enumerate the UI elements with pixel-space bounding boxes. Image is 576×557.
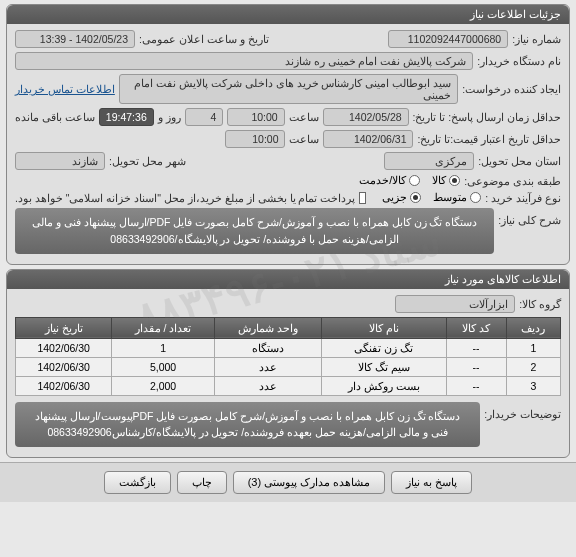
table-row[interactable]: 2--سیم تگ کالاعدد5,0001402/06/30	[16, 357, 561, 376]
saat-label-2: ساعت	[289, 133, 319, 145]
table-cell: 1402/06/30	[16, 357, 112, 376]
validity-time: 10:00	[225, 130, 285, 148]
remain-label: ساعت باقی مانده	[15, 111, 95, 123]
niaz-no-field: 1102092447000680	[388, 30, 508, 48]
days-field: 4	[185, 108, 224, 126]
attachments-button[interactable]: مشاهده مدارک پیوستی (3)	[233, 471, 386, 494]
col-code: کد کالا	[446, 317, 506, 338]
radio-kala-label: کالا	[432, 174, 446, 187]
col-unit: واحد شمارش	[214, 317, 321, 338]
table-cell: عدد	[214, 376, 321, 395]
radio-small[interactable]: جزیی	[382, 191, 421, 204]
buyer-note-label: توضیحات خریدار:	[484, 408, 561, 420]
radio-middle-label: متوسط	[433, 191, 467, 204]
back-button[interactable]: بازگشت	[104, 471, 171, 494]
table-cell: 1	[112, 338, 214, 357]
table-cell: دستگاه	[214, 338, 321, 357]
table-cell: --	[446, 338, 506, 357]
radio-middle[interactable]: متوسط	[433, 191, 481, 204]
creator-field: سید ابوطالب امینی کارشناس خرید های داخلی…	[119, 74, 458, 104]
panel-goods-info: اطلاعات کالاهای مورد نیاز گروه کالا: ابز…	[6, 269, 570, 459]
col-row: ردیف	[506, 317, 560, 338]
group-label: گروه کالا:	[519, 298, 561, 310]
radio-kala[interactable]: کالا	[432, 174, 460, 187]
table-cell: --	[446, 376, 506, 395]
desc-label: شرح کلی نیاز:	[498, 214, 561, 226]
panel-need-details: جزئیات اطلاعات نیاز شماره نیاز: 11020924…	[6, 4, 570, 265]
table-cell: 2,000	[112, 376, 214, 395]
city-field: شازند	[15, 152, 105, 170]
col-date: تاریخ نیاز	[16, 317, 112, 338]
radio-icon	[470, 192, 481, 203]
panel1-title: جزئیات اطلاعات نیاز	[7, 5, 569, 24]
panel2-title: اطلاعات کالاهای مورد نیاز	[7, 270, 569, 289]
radio-icon	[449, 175, 460, 186]
validity-date: 1402/06/31	[323, 130, 413, 148]
radio-khedmat-label: کالا/خدمت	[359, 174, 406, 187]
payment-checkbox[interactable]	[359, 192, 365, 204]
radio-icon	[410, 192, 421, 203]
radio-khedmat[interactable]: کالا/خدمت	[359, 174, 420, 187]
rooz-va-label: روز و	[158, 111, 181, 123]
print-button[interactable]: چاپ	[177, 471, 227, 494]
table-cell: 3	[506, 376, 560, 395]
buyer-org-field: شرکت پالایش نفت امام خمینی ره شازند	[15, 52, 473, 70]
validity-label: حداقل تاریخ اعتبار قیمت:تا تاریخ:	[417, 133, 561, 145]
process-label: نوع فرآیند خرید :	[485, 192, 561, 204]
reply-button[interactable]: پاسخ به نیاز	[391, 471, 472, 494]
table-cell: سیم تگ کالا	[321, 357, 446, 376]
table-cell: بست روکش دار	[321, 376, 446, 395]
col-name: نام کالا	[321, 317, 446, 338]
goods-table: ردیف کد کالا نام کالا واحد شمارش تعداد /…	[15, 317, 561, 396]
deadline-label: حداقل زمان ارسال پاسخ: تا تاریخ:	[413, 111, 561, 123]
table-cell: عدد	[214, 357, 321, 376]
buyer-note-box: دستگاه تگ زن کابل همراه با نصب و آموزش/ش…	[15, 402, 480, 448]
category-radio-group: کالا کالا/خدمت	[359, 174, 460, 187]
group-field: ابزارآلات	[395, 295, 515, 313]
desc-box: دستگاه تگ زن کابل همراه با نصب و آموزش/ش…	[15, 208, 494, 254]
radio-icon	[409, 175, 420, 186]
public-time-label: تاریخ و ساعت اعلان عمومی:	[139, 33, 269, 45]
table-cell: 1	[506, 338, 560, 357]
table-cell: 5,000	[112, 357, 214, 376]
saat-label-1: ساعت	[289, 111, 319, 123]
payment-note: پرداخت تمام یا بخشی از مبلغ خرید،از محل …	[15, 192, 355, 204]
city-label: شهر محل تحویل:	[109, 155, 186, 167]
buyer-org-label: نام دستگاه خریدار:	[477, 55, 561, 67]
countdown-field: 19:47:36	[99, 108, 154, 126]
table-cell: 1402/06/30	[16, 376, 112, 395]
category-label: طبقه بندی موضوعی:	[464, 175, 561, 187]
contact-link[interactable]: اطلاعات تماس خریدار	[15, 83, 115, 95]
deadline-date: 1402/05/28	[323, 108, 409, 126]
radio-small-label: جزیی	[382, 191, 407, 204]
province-field: مرکزی	[384, 152, 474, 170]
creator-label: ایجاد کننده درخواست:	[462, 83, 561, 95]
public-time-field: 1402/05/23 - 13:39	[15, 30, 135, 48]
button-bar: پاسخ به نیاز مشاهده مدارک پیوستی (3) چاپ…	[0, 462, 576, 502]
province-label: استان محل تحویل:	[478, 155, 561, 167]
table-cell: 2	[506, 357, 560, 376]
table-cell: --	[446, 357, 506, 376]
process-radio-group: متوسط جزیی	[382, 191, 481, 204]
col-qty: تعداد / مقدار	[112, 317, 214, 338]
table-row[interactable]: 3--بست روکش دارعدد2,0001402/06/30	[16, 376, 561, 395]
table-cell: تگ زن تفنگی	[321, 338, 446, 357]
table-row[interactable]: 1--تگ زن تفنگیدستگاه11402/06/30	[16, 338, 561, 357]
niaz-no-label: شماره نیاز:	[512, 33, 561, 45]
table-cell: 1402/06/30	[16, 338, 112, 357]
deadline-time: 10:00	[227, 108, 285, 126]
